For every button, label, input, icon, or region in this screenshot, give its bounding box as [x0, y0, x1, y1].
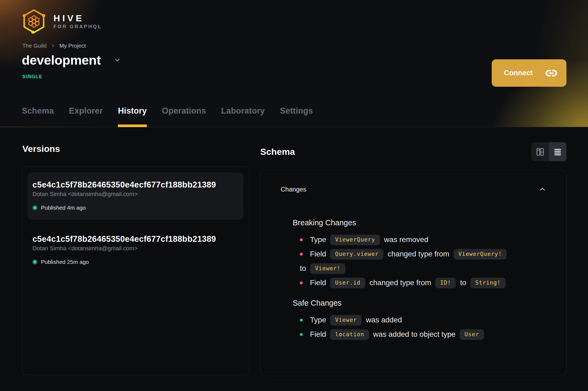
link-icon [545, 67, 557, 79]
tabs: SchemaExplorerHistoryOperationsLaborator… [22, 106, 313, 127]
changes-sections: Breaking ChangesType ViewerQuery was rem… [281, 218, 546, 342]
breadcrumb-project[interactable]: My Project [59, 43, 86, 49]
version-status-text: Published 4m ago [41, 205, 86, 211]
bullet-icon [300, 319, 303, 322]
version-status-row: Published 25m ago [32, 259, 239, 265]
page-title: development [22, 53, 101, 68]
brand-name: HIVE [53, 13, 102, 23]
code-chip: ViewerQuery [330, 235, 380, 245]
change-list: Type Viewer was added Field location was… [300, 313, 546, 342]
change-section-breaking: Breaking ChangesType ViewerQuery was rem… [293, 218, 546, 290]
header: HIVE FOR GRAPHQL The Guild My Project de… [0, 0, 588, 127]
versions-list: c5e4c1c5f78b26465350e4ecf677cf188bb21389… [28, 172, 243, 274]
tab-history[interactable]: History [118, 106, 147, 127]
change-item: Field Query.viewer changed type from Vie… [300, 247, 546, 276]
columns-view-button[interactable] [531, 142, 549, 161]
tab-operations[interactable]: Operations [162, 106, 206, 127]
code-chip: location [330, 329, 369, 340]
change-text: Field [310, 250, 326, 258]
change-text: was removed [384, 235, 428, 244]
list-icon [553, 147, 562, 156]
schema-column: Schema [260, 127, 566, 376]
chevron-up-icon[interactable] [539, 186, 546, 193]
changes-collapse-header[interactable]: Changes [281, 184, 546, 195]
code-chip: Query.viewer [330, 249, 383, 260]
change-list: Type ViewerQuery was removed Field Query… [300, 232, 546, 290]
tab-settings[interactable]: Settings [280, 106, 313, 127]
change-item: Type Viewer was added [300, 313, 546, 327]
view-toggle [531, 142, 566, 161]
change-text: Field [310, 330, 326, 338]
code-chip: Viewer [330, 315, 362, 326]
breadcrumb: The Guild My Project [22, 43, 86, 49]
code-chip: User [460, 329, 484, 340]
bullet-icon [300, 333, 303, 336]
version-author: Dotan Simha <dotansimha@gmail.com> [32, 191, 239, 198]
schema-head-row: Schema [260, 142, 566, 161]
connect-button[interactable]: Connect [492, 59, 566, 87]
brand-logo[interactable]: HIVE FOR GRAPHQL [21, 9, 102, 34]
change-text: was added [366, 316, 402, 324]
version-hash: c5e4c1c5f78b26465350e4ecf677cf188bb21389 [32, 234, 239, 244]
version-status-text: Published 25m ago [41, 259, 89, 265]
change-text: changed type from [388, 250, 449, 258]
change-section-title: Breaking Changes [293, 218, 546, 228]
change-text: Type [310, 235, 326, 244]
published-dot-icon [32, 205, 37, 210]
code-chip: User.id [330, 278, 365, 288]
version-card[interactable]: c5e4c1c5f78b26465350e4ecf677cf188bb21389… [28, 227, 243, 274]
changes-title: Changes [281, 186, 306, 193]
tab-explorer[interactable]: Explorer [69, 106, 103, 127]
change-section-title: Safe Changes [293, 298, 546, 308]
versions-column: Versions c5e4c1c5f78b26465350e4ecf677cf1… [22, 127, 249, 375]
change-text: to [300, 264, 306, 272]
brand-text: HIVE FOR GRAPHQL [53, 13, 102, 30]
change-text: to [460, 278, 466, 287]
tab-schema[interactable]: Schema [22, 106, 54, 127]
change-item: Field location was added to object type … [300, 327, 546, 342]
version-status-row: Published 4m ago [32, 205, 239, 211]
change-item: Type ViewerQuery was removed [300, 232, 546, 247]
versions-heading: Versions [22, 144, 249, 154]
bullet-icon [300, 253, 303, 256]
code-chip: ViewerQuery! [454, 249, 507, 260]
connect-label: Connect [504, 69, 533, 77]
chevron-down-icon[interactable] [114, 56, 121, 64]
breadcrumb-org[interactable]: The Guild [22, 43, 47, 49]
bullet-icon [300, 238, 303, 241]
bullet-icon [300, 281, 303, 284]
code-chip: String! [470, 278, 506, 288]
change-text: Type [310, 316, 326, 324]
schema-heading: Schema [260, 147, 295, 157]
version-hash: c5e4c1c5f78b26465350e4ecf677cf188bb21389 [32, 180, 239, 190]
tab-laboratory[interactable]: Laboratory [221, 106, 265, 127]
version-card[interactable]: c5e4c1c5f78b26465350e4ecf677cf188bb21389… [28, 172, 243, 220]
version-author: Dotan Simha <dotansimha@gmail.com> [32, 245, 239, 252]
app: { "brand": {"name": "HIVE", "tagline": "… [0, 0, 588, 391]
change-section-safe: Safe ChangesType Viewer was added Field … [293, 298, 546, 342]
code-chip: ID! [435, 278, 456, 288]
change-text: changed type from [370, 278, 431, 287]
versions-panel: c5e4c1c5f78b26465350e4ecf677cf188bb21389… [22, 167, 249, 375]
schema-panel: Changes Breaking ChangesType ViewerQuery… [260, 170, 566, 376]
columns-icon [535, 147, 545, 157]
target-type-badge: SINGLE [22, 74, 43, 80]
change-text: Field [310, 278, 326, 287]
hive-logo-icon [21, 9, 47, 34]
code-chip: Viewer! [310, 263, 345, 274]
published-dot-icon [32, 260, 37, 264]
change-text: was added to object type [373, 330, 456, 338]
chevron-right-icon [51, 44, 55, 48]
list-view-button[interactable] [549, 142, 566, 161]
target-selector[interactable]: development [22, 53, 121, 68]
change-item: Field User.id changed type from ID! to S… [300, 276, 546, 290]
brand-tagline: FOR GRAPHQL [53, 23, 102, 30]
